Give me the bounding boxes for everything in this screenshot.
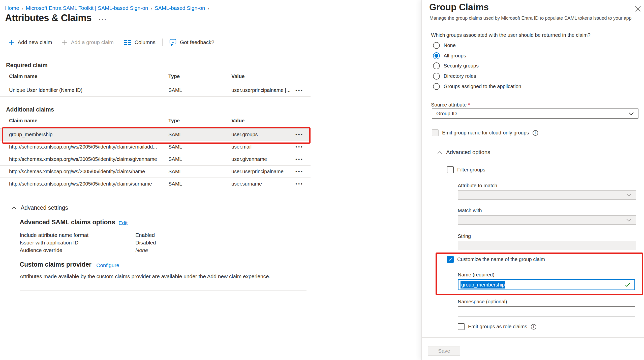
match-with-dropdown[interactable]	[458, 215, 636, 225]
group-claim-name-input[interactable]: group_membership	[458, 279, 635, 290]
radio-icon	[433, 73, 440, 80]
checkbox-unchecked-icon	[447, 166, 454, 173]
plus-icon	[62, 39, 68, 45]
chevron-down-icon	[626, 219, 632, 222]
add-group-claim-button[interactable]: Add a group claim	[62, 39, 114, 45]
row-menu-button[interactable]: •••	[292, 181, 307, 187]
valid-check-icon	[624, 281, 631, 288]
namespace-input[interactable]	[458, 306, 635, 316]
table-row[interactable]: http://schemas.xmlsoap.org/ws/2005/05/id…	[0, 141, 311, 153]
customize-name-label: Customize the name of the group claim	[457, 257, 545, 262]
claim-type: SAML	[168, 169, 231, 174]
name-required-label: Name (required)	[458, 272, 495, 278]
table-row[interactable]: http://schemas.xmlsoap.org/ws/2005/05/id…	[0, 166, 311, 178]
breadcrumb-separator: ›	[207, 6, 209, 11]
filter-groups-label: Filter groups	[457, 167, 485, 173]
info-icon[interactable]: i	[531, 324, 536, 330]
radio-icon	[433, 62, 440, 69]
radio-option-none[interactable]: None	[433, 42, 456, 49]
row-menu-button[interactable]: •••	[292, 157, 307, 162]
info-icon[interactable]: i	[533, 130, 538, 136]
claim-type: SAML	[168, 87, 231, 93]
section-divider	[20, 290, 306, 291]
radio-label: All groups	[444, 53, 466, 59]
string-input[interactable]	[458, 241, 636, 250]
source-attribute-dropdown[interactable]: Group ID	[432, 109, 638, 119]
claim-name: http://schemas.xmlsoap.org/ws/2005/05/id…	[9, 144, 168, 150]
required-claim-heading: Required claim	[6, 62, 48, 69]
radio-icon	[433, 83, 440, 90]
table-row-group-membership[interactable]: group_membership SAML user.groups •••	[0, 129, 311, 141]
table-row[interactable]: http://schemas.xmlsoap.org/ws/2005/05/id…	[0, 178, 311, 190]
chevron-down-icon	[626, 193, 632, 197]
claim-name: Unique User Identifier (Name ID)	[9, 87, 168, 93]
row-menu-button[interactable]: •••	[292, 132, 307, 137]
custom-claims-provider-description: Attributes made available by the custom …	[20, 273, 270, 279]
radio-icon	[433, 42, 440, 49]
kv-value: Enabled	[135, 232, 155, 238]
table-row[interactable]: http://schemas.xmlsoap.org/ws/2005/05/id…	[0, 153, 311, 166]
breadcrumb-separator: ›	[151, 6, 152, 11]
selected-text: group_membership	[461, 281, 505, 289]
source-attribute-value: Group ID	[436, 111, 457, 117]
close-icon[interactable]	[635, 6, 641, 12]
add-new-claim-label: Add new claim	[18, 39, 52, 45]
saml-options-heading: Advanced SAML claims options	[20, 219, 115, 226]
plus-icon	[8, 39, 14, 45]
breadcrumb-toolkit[interactable]: Microsoft Entra SAML Toolkit | SAML-base…	[26, 5, 148, 11]
radio-option-security-groups[interactable]: Security groups	[433, 62, 479, 69]
claim-type: SAML	[168, 144, 231, 150]
breadcrumb-separator: ›	[22, 6, 23, 11]
emit-group-name-checkbox-row[interactable]: Emit group name for cloud-only groups i	[432, 129, 538, 136]
add-new-claim-button[interactable]: Add new claim	[8, 39, 52, 45]
claim-type: SAML	[168, 132, 231, 137]
advanced-settings-label: Advanced settings	[21, 204, 68, 211]
radio-label: Directory roles	[444, 73, 476, 79]
table-row[interactable]: Unique User Identifier (Name ID) SAML us…	[0, 84, 311, 97]
source-attribute-label-text: Source attribute	[431, 102, 467, 107]
table-header: Claim name Type Value	[0, 116, 311, 129]
row-menu-button[interactable]: •••	[292, 144, 307, 150]
add-group-claim-label: Add a group claim	[71, 39, 114, 45]
radio-option-all-groups[interactable]: All groups	[433, 52, 466, 59]
radio-label: Security groups	[444, 63, 479, 69]
command-bar: Add new claim Add a group claim Columns …	[8, 37, 214, 47]
row-menu-button[interactable]: •••	[292, 88, 307, 93]
advanced-settings-toggle[interactable]: Advanced settings	[11, 204, 68, 211]
claim-type: SAML	[168, 156, 231, 162]
customize-name-checkbox-row[interactable]: Customize the name of the group claim	[447, 256, 545, 263]
col-claim-name: Claim name	[9, 74, 168, 79]
chevron-down-icon	[628, 112, 634, 115]
additional-claims-table: Claim name Type Value group_membership S…	[0, 116, 311, 190]
edit-link[interactable]: Edit	[118, 220, 128, 226]
feedback-label: Got feedback?	[180, 39, 214, 45]
footer-divider	[422, 337, 644, 338]
toolbar-divider	[6, 50, 421, 50]
required-claim-table: Claim name Type Value Unique User Identi…	[0, 72, 311, 97]
breadcrumb-home[interactable]: Home	[5, 5, 19, 11]
attribute-to-match-label: Attribute to match	[458, 183, 497, 189]
radio-option-directory-roles[interactable]: Directory roles	[433, 73, 476, 80]
advanced-options-toggle[interactable]: Advanced options	[437, 149, 490, 156]
columns-label: Columns	[135, 39, 156, 45]
claim-name: http://schemas.xmlsoap.org/ws/2005/05/id…	[9, 156, 168, 162]
feedback-button[interactable]: Got feedback?	[169, 39, 214, 46]
configure-link[interactable]: Configure	[96, 262, 119, 268]
attribute-to-match-dropdown[interactable]	[458, 190, 636, 200]
col-value: Value	[231, 74, 307, 79]
claim-name: http://schemas.xmlsoap.org/ws/2005/05/id…	[9, 169, 168, 174]
radio-option-groups-assigned[interactable]: Groups assigned to the application	[433, 83, 521, 90]
kv-value: None	[135, 247, 148, 253]
advanced-options-label: Advanced options	[446, 149, 490, 156]
namespace-label: Namespace (optional)	[458, 299, 507, 305]
columns-button[interactable]: Columns	[124, 39, 156, 45]
save-button[interactable]: Save	[428, 346, 460, 356]
custom-claims-provider-heading: Custom claims provider	[20, 261, 91, 268]
columns-icon	[124, 40, 131, 45]
breadcrumb-saml-signon[interactable]: SAML-based Sign-on	[155, 5, 205, 11]
row-menu-button[interactable]: •••	[292, 169, 307, 174]
filter-groups-checkbox-row[interactable]: Filter groups	[447, 166, 485, 173]
page-more-menu-button[interactable]: ···	[99, 16, 107, 23]
page-title: Attributes & Claims	[5, 13, 91, 23]
emit-roles-checkbox-row[interactable]: Emit groups as role claims i	[458, 323, 536, 330]
